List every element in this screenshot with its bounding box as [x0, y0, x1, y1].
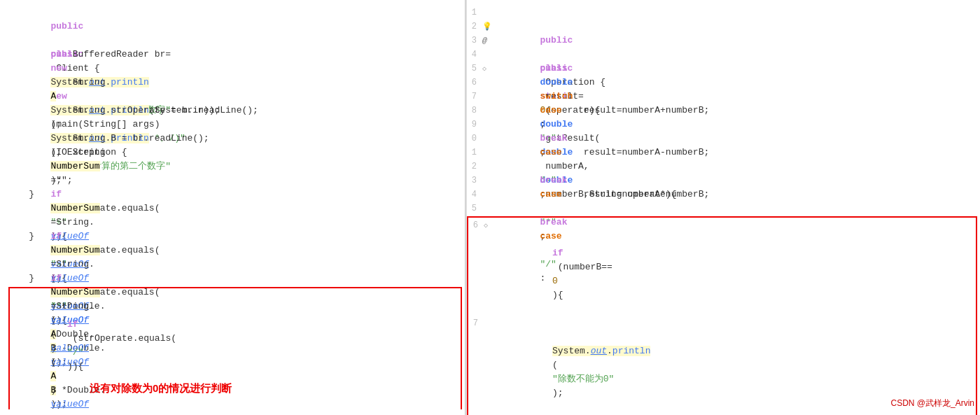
right-code-line: 8 break ; — [467, 104, 980, 118]
code-line: } — [6, 272, 465, 286]
code-line: String A = br.readLine(); — [6, 62, 465, 76]
code-line: if (strOperate.equals( "+" )){ — [6, 160, 465, 174]
right-panel: 1 2 💡 public class Operation { 3 @ publi… — [467, 0, 980, 415]
code-line: String NumberSum =""; — [6, 132, 465, 146]
code-line: System.out.println ( "请输入要计算的第一个数字" ); — [6, 48, 465, 62]
right-code-line: 1 — [467, 6, 980, 20]
code-line: if (strOperate.equals( "-" )){ — [6, 202, 465, 216]
right-code-line: 4 break ; — [467, 188, 980, 202]
code-line: NumberSum =String. valueOf (Double. valu… — [6, 174, 465, 188]
right-code-line: 2 case "*" : — [467, 160, 980, 174]
right-code-line: 1 break ; — [467, 146, 980, 160]
red-box-right: 6 ◇ if (numberB== 0 ){ 7 System.out. — [467, 216, 977, 415]
code-line: System.out.println ( "请选择运算符号(+、-、*、/)" … — [6, 76, 465, 90]
right-code-line: 3 @ public static double getResult( doub… — [467, 34, 980, 48]
red-box-left: if (strOperate.equals( "/" )){ NumberSum… — [8, 287, 462, 409]
right-code-line: 5 case "/" : — [467, 202, 980, 216]
code-line: BufferedReader br= new BufferedReader( n… — [6, 34, 465, 48]
code-line: NumberSum =String. valueOf (Double. valu… — [10, 388, 461, 409]
right-code-line: 4 double result= 0d ; — [467, 48, 980, 62]
code-line: public static void main(String[] args) t… — [6, 20, 465, 34]
right-code-line: 7 result=numberA+numberB; — [467, 90, 980, 104]
code-line: String strOperate = br.readLine(); — [6, 90, 465, 104]
right-code-line: 9 case "-" : — [467, 118, 980, 132]
code-line: public class Client { — [6, 6, 465, 20]
code-line: NumberSum =String. valueOf (Double. valu… — [6, 258, 465, 272]
code-line — [6, 146, 465, 160]
right-code-line: 6 ◇ if (numberB== 0 ){ — [468, 218, 976, 316]
code-line: } — [6, 188, 465, 202]
right-code-line: 0 result=numberA-numberB; — [467, 132, 980, 146]
right-code-line: 3 result=numberA*numberB; — [467, 174, 980, 188]
left-code-area: public class Client { public static void… — [6, 6, 465, 409]
csdn-watermark: CSDN @武样龙_Arvin — [890, 398, 974, 409]
right-code-area: 1 2 💡 public class Operation { 3 @ publi… — [467, 0, 980, 415]
code-line: System.out.println ( "请输入要计算的第二个数字" ); — [6, 104, 465, 118]
code-line: NumberSum =String. valueOf (Double. valu… — [6, 216, 465, 230]
code-line: if (strOperate.equals( "*" )){ — [6, 244, 465, 258]
left-panel: public class Client { public static void… — [0, 0, 465, 415]
code-line: if (strOperate.equals( "/" )){ — [10, 290, 461, 388]
right-code-line: 6 case "+" : — [467, 76, 980, 90]
right-code-line: 5 ◇ switch (operate){ — [467, 62, 980, 76]
left-annotation: 没有对除数为0的情况进行判断 — [90, 382, 232, 395]
code-line: } — [6, 230, 465, 244]
code-line: String B = br.readLine(); — [6, 118, 465, 132]
right-code-line: 2 💡 public class Operation { — [467, 20, 980, 34]
